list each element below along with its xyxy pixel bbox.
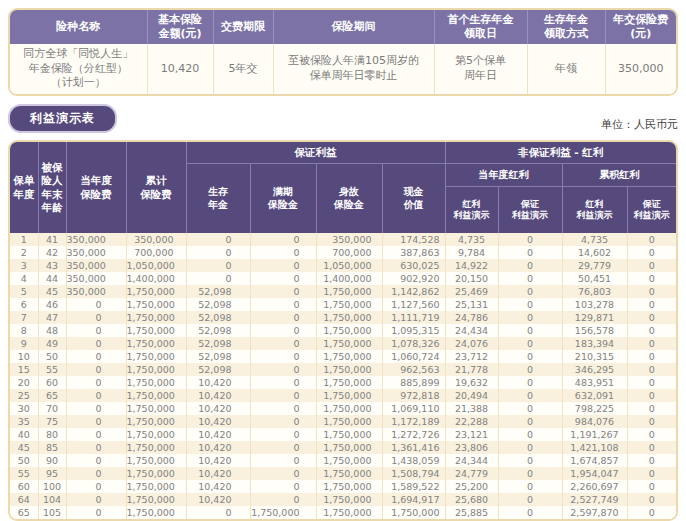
cell: 10,420: [186, 389, 250, 402]
cell: 4,735: [445, 233, 498, 246]
cell: 630,025: [382, 259, 445, 272]
basic-sum-assured-cell: 10,420: [147, 44, 213, 94]
cell: 41: [38, 233, 66, 246]
cell: 1,111,719: [382, 311, 445, 324]
cell: 7: [10, 311, 38, 324]
cell: 14,602: [562, 246, 627, 259]
cell: 29,779: [562, 259, 627, 272]
cell: 0: [498, 402, 562, 415]
cell: 21,388: [445, 402, 498, 415]
cell: 1,694,917: [382, 493, 445, 506]
col-header-current-premium: 当年度 保险费: [66, 142, 126, 233]
cell: 23,806: [445, 441, 498, 454]
cell: 10,420: [186, 454, 250, 467]
table-row: 256501,750,00010,42001,750,000972,81820,…: [10, 389, 676, 402]
cell: 0: [66, 350, 126, 363]
table-row: 408001,750,00010,42001,750,0001,272,7262…: [10, 428, 676, 441]
cell: 962,563: [382, 363, 445, 376]
cell: 1,750,000: [126, 389, 186, 402]
cell: 0: [250, 402, 316, 415]
table-row: 242350,000700,00000700,000387,8639,78401…: [10, 246, 676, 259]
cell: 183,394: [562, 337, 627, 350]
cell: 8: [10, 324, 38, 337]
cell: 0: [627, 246, 676, 259]
cell: 52,098: [186, 363, 250, 376]
annuity-mode-cell: 年领: [527, 44, 605, 94]
cell: 1,172,189: [382, 415, 445, 428]
cell: 0: [66, 402, 126, 415]
payment-term-cell: 5年交: [213, 44, 273, 94]
cell: 0: [250, 298, 316, 311]
cell: 0: [186, 246, 250, 259]
cell: 1,127,560: [382, 298, 445, 311]
cell: 1,750,000: [126, 285, 186, 298]
cell: 483,951: [562, 376, 627, 389]
table-row: 141350,000350,00000350,000174,5284,73504…: [10, 233, 676, 246]
cell: 0: [498, 324, 562, 337]
cell: 0: [627, 506, 676, 519]
cell: 0: [498, 285, 562, 298]
cell: 2: [10, 246, 38, 259]
product-data-row: 同方全球「同悦人生」 年金保险（分红型） （计划一） 10,420 5年交 至被…: [10, 44, 676, 94]
cell: 0: [186, 506, 250, 519]
cell: 10,420: [186, 415, 250, 428]
cell: 700,000: [126, 246, 186, 259]
cell: 1,750,000: [126, 454, 186, 467]
section-header-row: 利益演示表 单位：人民币元: [8, 109, 678, 133]
col-header-policy-year: 保单 年度: [10, 142, 38, 233]
cell: 0: [66, 376, 126, 389]
cell: 1,750,000: [316, 415, 382, 428]
cell: 0: [66, 298, 126, 311]
cell: 0: [250, 428, 316, 441]
cell: 0: [250, 311, 316, 324]
cell: 0: [627, 337, 676, 350]
cell: 1,400,000: [126, 272, 186, 285]
benefit-table-body: 141350,000350,00000350,000174,5284,73504…: [10, 233, 676, 519]
col-header-death-benefit: 身故 保险金: [316, 164, 382, 234]
cell: 43: [38, 259, 66, 272]
cell: 0: [627, 493, 676, 506]
cell: 0: [498, 337, 562, 350]
cell: 49: [38, 337, 66, 350]
cell: 75: [38, 415, 66, 428]
cell: 0: [498, 441, 562, 454]
cell: 1,750,000: [126, 441, 186, 454]
group-header-guaranteed: 保证利益: [186, 142, 445, 164]
cell: 0: [66, 428, 126, 441]
table-row: 444350,0001,400,000001,400,000902,92020,…: [10, 272, 676, 285]
cell: 20,494: [445, 389, 498, 402]
col-header-acc-dividend-illustrated: 红利 利益演示: [562, 187, 627, 234]
cell: 1,750,000: [316, 324, 382, 337]
cell: 1,750,000: [126, 350, 186, 363]
cell: 1,750,000: [316, 311, 382, 324]
cell: 346,295: [562, 363, 627, 376]
cell: 0: [66, 454, 126, 467]
cell: 25,469: [445, 285, 498, 298]
cell: 1,954,047: [562, 467, 627, 480]
cell: 350,000: [66, 246, 126, 259]
cell: 174,528: [382, 233, 445, 246]
cell: 0: [250, 233, 316, 246]
cell: 0: [498, 506, 562, 519]
col-header-first-annuity-date: 首个生存年金 领取日: [434, 10, 527, 44]
cell: 0: [250, 441, 316, 454]
cell: 0: [66, 337, 126, 350]
cell: 1,361,416: [382, 441, 445, 454]
cell: 350,000: [66, 259, 126, 272]
cell: 0: [627, 350, 676, 363]
cell: 65: [10, 506, 38, 519]
cell: 0: [250, 363, 316, 376]
cell: 0: [627, 441, 676, 454]
cell: 387,863: [382, 246, 445, 259]
cell: 0: [250, 480, 316, 493]
cell: 25,680: [445, 493, 498, 506]
cell: 1,750,000: [316, 298, 382, 311]
cell: 1,050,000: [126, 259, 186, 272]
cell: 20,150: [445, 272, 498, 285]
cell: 156,578: [562, 324, 627, 337]
cell: 350,000: [66, 285, 126, 298]
col-header-annuity-mode: 生存年金 领取方式: [527, 10, 605, 44]
cell: 0: [627, 363, 676, 376]
cell: 64: [10, 493, 38, 506]
cell: 1,750,000: [126, 428, 186, 441]
